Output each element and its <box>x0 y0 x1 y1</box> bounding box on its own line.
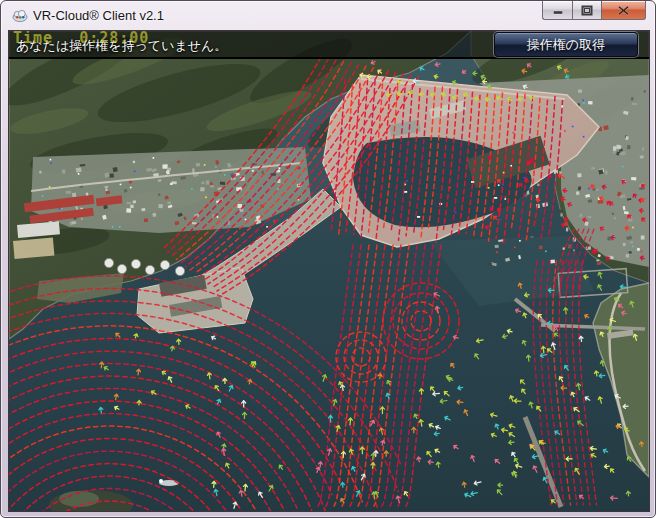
minimize-button[interactable] <box>542 1 572 20</box>
3d-viewport[interactable]: Time0:28:00 あなたは操作権を持っていません。 操作権の取得 <box>9 31 649 511</box>
close-button[interactable] <box>601 1 646 20</box>
maximize-button[interactable] <box>572 1 601 20</box>
notification-bar: あなたは操作権を持っていません。 操作権の取得 <box>9 31 649 59</box>
acquire-control-button[interactable]: 操作権の取得 <box>494 32 638 57</box>
title-bar[interactable]: VR-Cloud® Client v2.1 <box>1 1 655 31</box>
app-window: VR-Cloud® Client v2.1 <box>0 0 656 518</box>
caption-buttons <box>542 1 646 20</box>
maximize-icon <box>581 5 593 16</box>
window-title: VR-Cloud® Client v2.1 <box>33 8 164 23</box>
close-icon <box>617 5 630 16</box>
3d-scene-canvas[interactable] <box>9 31 649 511</box>
minimize-icon <box>552 5 564 15</box>
app-icon[interactable] <box>12 8 28 24</box>
notification-message: あなたは操作権を持っていません。 <box>16 37 227 55</box>
